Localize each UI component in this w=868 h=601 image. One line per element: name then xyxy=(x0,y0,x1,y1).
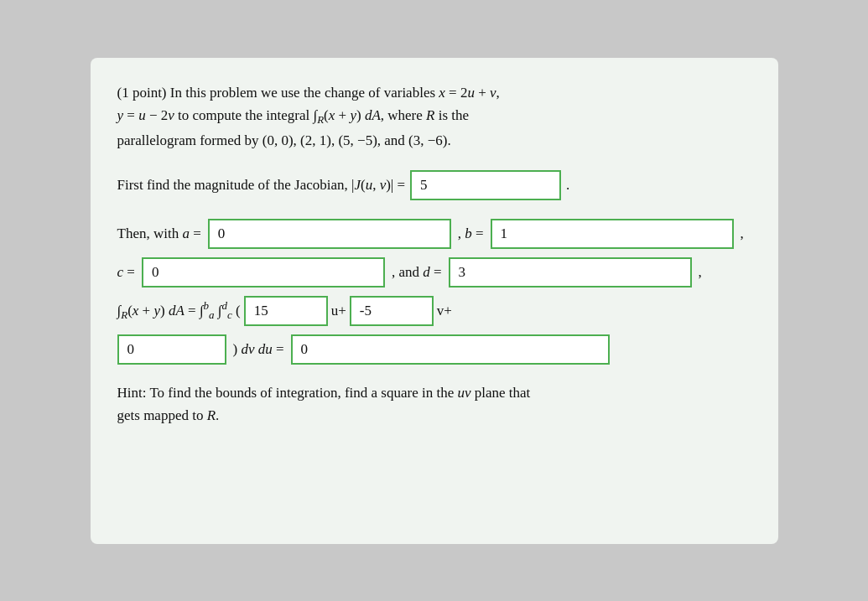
a-input[interactable]: 0 xyxy=(208,219,451,249)
row-dv: 0 ) dv du = 0 xyxy=(117,334,751,365)
result-input[interactable]: 0 xyxy=(291,334,610,365)
then-a-label: Then, with a = xyxy=(117,223,201,245)
constant-input[interactable]: 0 xyxy=(117,334,226,365)
dv-du-label: ) dv du = xyxy=(233,339,284,360)
b-label: , b = xyxy=(458,223,484,245)
row-integral: ∫R(x + y) dA = ∫ba ∫dc ( 15 u+ -5 v+ xyxy=(117,296,751,326)
d-input[interactable]: 3 xyxy=(449,257,692,288)
jacobian-input[interactable]: 5 xyxy=(410,170,561,200)
integral-lhs: ∫R(x + y) dA = ∫ba ∫dc ( xyxy=(117,298,241,324)
problem-line1: (1 point) In this problem we use the cha… xyxy=(117,85,500,101)
c-input[interactable]: 0 xyxy=(142,257,385,288)
u-plus-label: u+ xyxy=(331,300,346,322)
row-ab: Then, with a = 0 , b = 1 , xyxy=(117,219,751,249)
jacobian-period: . xyxy=(566,174,569,196)
problem-text: (1 point) In this problem we use the cha… xyxy=(117,81,751,153)
jacobian-section: First find the magnitude of the Jacobian… xyxy=(117,170,751,200)
integrand-coeff-input[interactable]: 15 xyxy=(244,296,328,326)
problem-line3: parallelogram formed by (0, 0), (2, 1), … xyxy=(117,132,451,148)
b-comma: , xyxy=(741,223,744,245)
d-label: , and d = xyxy=(392,262,442,283)
v-plus-label: v+ xyxy=(437,300,452,322)
main-card: (1 point) In this problem we use the cha… xyxy=(91,58,778,544)
b-input[interactable]: 1 xyxy=(491,219,734,249)
jacobian-label: First find the magnitude of the Jacobian… xyxy=(117,174,406,196)
d-comma: , xyxy=(699,262,702,283)
v-coeff-input[interactable]: -5 xyxy=(350,296,434,326)
problem-line2: y = u − 2v to compute the integral ∫R(x … xyxy=(117,107,470,123)
row-cd: c = 0 , and d = 3 , xyxy=(117,257,751,288)
hint-text: Hint: To find the bounds of integration,… xyxy=(117,381,751,427)
c-label: c = xyxy=(117,262,135,283)
